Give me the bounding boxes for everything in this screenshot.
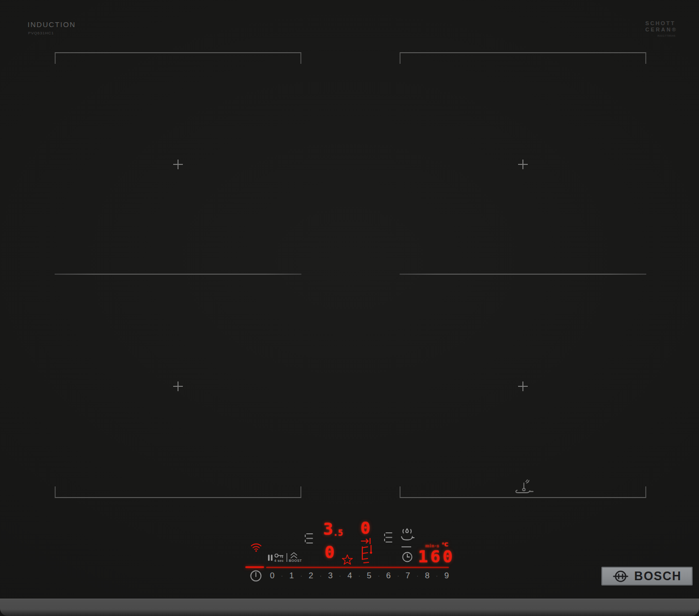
power-level-0[interactable]: 0	[270, 571, 274, 581]
zone-center-marker	[173, 160, 183, 169]
wifi-icon	[250, 543, 262, 552]
schott-logo-line2: CERAN®	[645, 27, 677, 33]
power-level-4[interactable]: 4	[347, 571, 352, 581]
scale-dot: ·	[436, 573, 438, 579]
zone-level-display-left: 0	[325, 544, 334, 560]
dashed-bracket-icon[interactable]	[304, 533, 313, 544]
power-level-9[interactable]: 9	[444, 571, 448, 581]
pause-icon[interactable]	[268, 554, 273, 561]
star-icon[interactable]	[342, 554, 353, 565]
zone-right-divider-line	[400, 274, 646, 275]
zone-power-display: 3 .5	[323, 521, 343, 537]
armature-in-circle-icon	[612, 570, 629, 583]
power-level-2[interactable]: 2	[309, 571, 313, 581]
bosch-logo-text: BOSCH	[634, 569, 682, 583]
key-divider	[286, 553, 287, 562]
schott-code: 8001778546	[657, 34, 675, 37]
zone-level-display-right: 0	[360, 520, 370, 536]
front-bevel-strip	[0, 599, 699, 616]
slider-track-line	[266, 567, 449, 568]
clock-icon[interactable]	[402, 551, 413, 563]
hold-time-label: 4 sec	[274, 559, 284, 562]
zone-top-left-bracket	[55, 52, 301, 64]
chevron-double-up-icon[interactable]	[290, 552, 297, 558]
scale-dot: ·	[358, 573, 360, 579]
power-level-6[interactable]: 6	[386, 571, 390, 581]
scale-dot: ·	[378, 573, 380, 579]
zone-power-decimal: .5	[333, 529, 342, 537]
scale-dot: ·	[320, 573, 322, 579]
model-number: PVQ631HC1	[28, 31, 54, 35]
scale-dot: ·	[397, 573, 399, 579]
arrow-to-bar-pot-icon	[360, 538, 375, 564]
zone-center-marker	[173, 381, 183, 391]
active-indicator-line	[245, 566, 264, 568]
bosch-logo-plaque: BOSCH	[601, 567, 693, 586]
scale-dot: ·	[339, 573, 341, 579]
timer-separator-line	[402, 546, 411, 547]
scale-dot: ·	[281, 573, 283, 579]
zone-power-main-digit: 3	[323, 521, 333, 537]
dashed-bracket-icon[interactable]	[384, 532, 393, 543]
induction-hob: INDUCTION PVQ631HC1 SCHOTT CERAN® 800177…	[0, 0, 699, 616]
pan-thermometer-icon	[515, 477, 534, 496]
fry-temperature-display: 160	[418, 548, 455, 565]
zone-center-marker	[518, 160, 528, 169]
power-icon[interactable]	[250, 570, 262, 582]
power-level-8[interactable]: 8	[425, 571, 429, 581]
scale-dot: ·	[300, 573, 302, 579]
power-level-7[interactable]: 7	[405, 571, 410, 581]
scale-dot: ·	[416, 573, 418, 579]
schott-ceran-logo: SCHOTT CERAN®	[645, 20, 677, 33]
zone-center-marker	[518, 381, 528, 391]
schott-logo-line1: SCHOTT	[645, 20, 677, 27]
pan-steam-icon[interactable]	[400, 528, 415, 542]
zone-left-divider-line	[55, 274, 301, 275]
boost-label: BOOST	[289, 559, 302, 562]
zone-bottom-left-bracket	[55, 486, 301, 498]
key-icon[interactable]	[274, 553, 284, 558]
zone-top-right-bracket	[400, 52, 646, 64]
power-level-scale: 0 · 1 · 2 · 3 · 4 · 5 · 6 · 7 · 8 · 9	[270, 571, 449, 581]
product-type-label: INDUCTION	[28, 20, 76, 29]
power-level-1[interactable]: 1	[289, 571, 294, 581]
power-level-5[interactable]: 5	[367, 571, 371, 581]
power-level-3[interactable]: 3	[328, 571, 332, 581]
